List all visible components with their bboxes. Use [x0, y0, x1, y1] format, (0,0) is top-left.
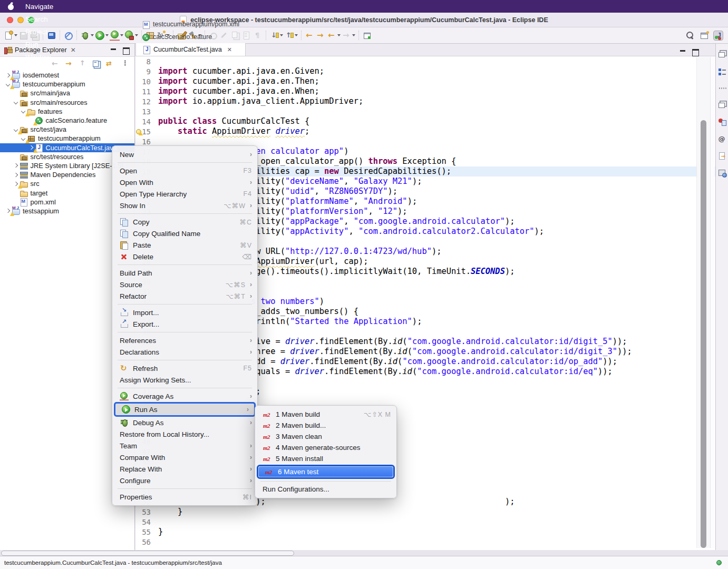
tree-item-features[interactable]: features	[0, 107, 134, 116]
context-menu-item-configure[interactable]: Configure›	[112, 475, 257, 486]
outline-view-icon[interactable]	[717, 67, 727, 76]
new-wizard-icon[interactable]	[3, 30, 18, 41]
javadoc-view-icon[interactable]	[717, 134, 727, 144]
next-annotation-icon[interactable]	[269, 30, 284, 41]
context-menu-item-open-type-hierarchy[interactable]: Open Type HierarchyF4	[112, 188, 257, 200]
context-menu-item-properties[interactable]: Properties⌘I	[112, 491, 257, 503]
tree-item-testcucumberappium[interactable]: testcucumberappium	[0, 80, 134, 89]
open-perspective-icon[interactable]	[698, 30, 710, 41]
next-edit-location-icon[interactable]	[315, 30, 326, 41]
status-text: testcucumberappium.CucumburCalcTest.java…	[4, 560, 222, 566]
context-menu-item-compare-with[interactable]: Compare With›	[112, 452, 257, 463]
tree-item-calcscenario-feature[interactable]: calcScenario.feature	[0, 116, 134, 125]
context-menu-item-run-as[interactable]: Run As›	[115, 404, 254, 415]
mvnproj-icon	[12, 80, 20, 88]
tree-item-src-main-java[interactable]: src/main/java	[0, 89, 134, 97]
restore-view-icon[interactable]	[717, 50, 727, 60]
context-menu-item-paste[interactable]: Paste⌘V	[112, 239, 257, 251]
coverage-icon[interactable]	[109, 30, 124, 41]
context-menu-item-6-maven-test[interactable]: 6 Maven test	[258, 466, 393, 477]
context-menu-item-references[interactable]: References›	[112, 335, 257, 346]
tree-item-testcucumberappium[interactable]: testcucumberappium	[0, 134, 134, 143]
maximize-editor-icon[interactable]	[691, 47, 700, 56]
context-menu-item-run-configurations[interactable]: Run Configurations...	[255, 484, 396, 495]
minimized-view-icon[interactable]	[717, 101, 727, 110]
vertical-scrollbar-thumb[interactable]	[701, 120, 706, 548]
context-menu-item-5-maven-install[interactable]: 5 Maven install	[255, 453, 396, 464]
menu-item-label: Show In	[120, 202, 145, 210]
context-menu-item-coverage-as[interactable]: Coverage As›	[112, 390, 257, 402]
minimize-editor-icon[interactable]	[678, 47, 687, 56]
export-icon	[120, 320, 129, 328]
debug-icon[interactable]	[80, 30, 94, 41]
previous-annotation-icon[interactable]	[284, 30, 298, 41]
minimize-view-icon[interactable]	[109, 46, 118, 54]
skip-breakpoints-icon[interactable]	[63, 30, 74, 41]
context-menu-item-new[interactable]: New›	[112, 149, 257, 160]
editor-tab-cucumburcalctest-java[interactable]: CucumburCalcTest.java✕	[135, 43, 246, 56]
up-icon[interactable]	[78, 59, 87, 68]
context-menu-item-source[interactable]: Source⌥⌘S›	[112, 279, 257, 290]
editor-tab-calcscenario-feature[interactable]: calcScenario.feature	[135, 31, 246, 43]
context-menu-item-restore-from-local-history[interactable]: Restore from Local History...	[112, 428, 257, 440]
context-menu-item-refresh[interactable]: RefreshF5	[112, 362, 257, 374]
context-menu-item-delete[interactable]: Delete⌫	[112, 251, 257, 262]
context-menu-item-export[interactable]: Export...	[112, 318, 257, 330]
menu-window[interactable]: Window	[20, 51, 59, 63]
menu-run[interactable]: Run	[20, 38, 59, 51]
context-menu-item-refactor[interactable]: Refactor⌥⌘T›	[112, 290, 257, 302]
context-menu-item-open[interactable]: OpenF3	[112, 165, 257, 176]
context-menu-item-debug-as[interactable]: Debug As›	[112, 417, 257, 428]
last-edit-location-icon[interactable]	[304, 30, 315, 41]
menu-project[interactable]: Project	[20, 25, 59, 38]
menu-help[interactable]: Help	[20, 63, 59, 76]
tree-item-label: src/test/resources	[31, 153, 87, 161]
context-menu-item-1-maven-build[interactable]: 1 Maven build⌥⇧X M	[255, 409, 396, 420]
java-perspective-icon[interactable]	[713, 30, 724, 41]
context-menu-item-build-path[interactable]: Build Path›	[112, 267, 257, 279]
expand-arrow-icon[interactable]	[12, 164, 20, 167]
maximize-view-icon[interactable]	[122, 46, 130, 54]
context-menu-item-replace-with[interactable]: Replace With›	[112, 463, 257, 475]
window-title-bar: eclipse-workspace - testcucumberappium/s…	[0, 13, 728, 27]
search-icon[interactable]	[684, 30, 695, 41]
context-menu-item-2-maven-build[interactable]: 2 Maven build...	[255, 420, 396, 431]
jfile-icon	[142, 46, 150, 54]
pin-editor-icon[interactable]	[362, 30, 373, 41]
close-tab-icon[interactable]: ✕	[227, 46, 232, 53]
menu-item-label: Compare With	[120, 454, 165, 462]
background-status-icon[interactable]	[716, 560, 722, 565]
link-with-editor-icon[interactable]	[105, 59, 114, 68]
apple-logo-icon[interactable]	[7, 3, 14, 10]
submenu-arrow-icon: ›	[250, 454, 252, 461]
run-icon[interactable]	[94, 30, 109, 41]
context-menu-item-declarations[interactable]: Declarations›	[112, 346, 257, 358]
view-menu-icon[interactable]	[119, 59, 128, 68]
close-view-icon[interactable]: ✕	[71, 46, 76, 54]
context-menu-item-4-maven-generate-sources[interactable]: 4 Maven generate-sources	[255, 442, 396, 453]
context-menu-item-import[interactable]: Import...	[112, 307, 257, 318]
declaration-view-icon[interactable]	[717, 151, 727, 161]
expand-arrow-icon[interactable]	[12, 101, 20, 104]
context-menu-item-3-maven-clean[interactable]: 3 Maven clean	[255, 431, 396, 442]
show-whitespace-icon[interactable]	[252, 30, 263, 41]
tree-item-label: src/main/resources	[31, 99, 91, 106]
browser-view-icon[interactable]	[717, 168, 727, 178]
context-menu-item-show-in[interactable]: Show In⌥⌘W›	[112, 200, 257, 211]
context-menu-item-assign-working-sets[interactable]: Assign Working Sets...	[112, 374, 257, 386]
forward-arrow-icon[interactable]	[64, 59, 73, 68]
back-icon[interactable]	[326, 30, 341, 41]
context-menu-item-team[interactable]: Team›	[112, 440, 257, 452]
context-menu-item-copy[interactable]: Copy⌘C	[112, 216, 257, 228]
tree-item-src-main-resources[interactable]: src/main/resources	[0, 98, 134, 107]
context-menu-item-open-with[interactable]: Open With›	[112, 176, 257, 188]
menu-navigate[interactable]: Navigate	[20, 0, 59, 13]
collapse-all-icon[interactable]	[92, 59, 101, 68]
problems-view-icon[interactable]	[717, 117, 727, 127]
tree-item-src-test-java[interactable]: src/test/java	[0, 125, 134, 134]
expand-arrow-icon[interactable]	[12, 173, 20, 176]
forward-icon[interactable]	[341, 30, 356, 41]
menu-search[interactable]: Search	[20, 13, 59, 25]
editor-tab-testcucumberappium-pom-xml[interactable]: testcucumberappium/pom.xml	[135, 18, 246, 31]
context-menu-item-copy-qualified-name[interactable]: Copy Qualified Name	[112, 228, 257, 239]
